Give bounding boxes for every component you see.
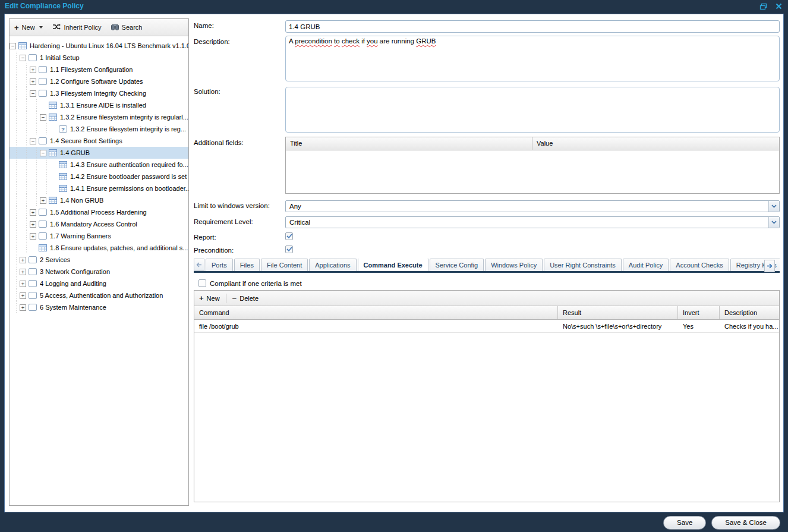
compliant-checkbox[interactable]	[198, 279, 206, 287]
tree-indent-guide	[30, 182, 40, 194]
tab-file-content[interactable]: File Content	[261, 259, 308, 271]
precondition-checkbox[interactable]	[285, 245, 293, 253]
new-button[interactable]: + New	[14, 24, 43, 31]
limit-windows-select[interactable]: Any	[285, 200, 780, 212]
requirement-level-select[interactable]: Critical	[285, 216, 780, 228]
tab-files[interactable]: Files	[234, 259, 260, 271]
column-header-description[interactable]: Description	[720, 306, 779, 319]
report-checkbox[interactable]	[285, 232, 293, 240]
tree-item[interactable]: −1 Initial Setup	[10, 52, 188, 64]
tree-indent-guide	[20, 159, 30, 171]
tree-indent-guide	[10, 194, 20, 206]
save-button[interactable]: Save	[663, 516, 706, 530]
solution-textarea[interactable]	[285, 87, 780, 133]
tab-windows-policy[interactable]: Windows Policy	[485, 259, 543, 271]
tree-item[interactable]: +1.7 Warning Banners	[10, 230, 188, 242]
tab-ports[interactable]: Ports	[206, 259, 233, 271]
plus-expander-icon[interactable]: +	[20, 257, 26, 263]
column-header-value[interactable]: Value	[532, 137, 557, 150]
tree-item[interactable]: −Hardening - Ubuntu Linux 16.04 LTS Benc…	[10, 40, 188, 52]
tree-item[interactable]: −1.4 Secure Boot Settings	[10, 135, 188, 147]
tab-applications[interactable]: Applications	[309, 259, 356, 271]
criteria-row[interactable]: file /boot/grubNo\s+such \s+file\s+or\s+…	[194, 320, 779, 333]
column-header-title[interactable]: Title	[286, 137, 532, 150]
plus-expander-icon[interactable]: +	[40, 197, 46, 204]
plus-expander-icon[interactable]: +	[20, 269, 26, 275]
tree-item[interactable]: 1.4.1 Ensure permissions on bootloader..…	[10, 182, 188, 194]
column-header-result[interactable]: Result	[558, 306, 678, 319]
tree-item[interactable]: +5 Access, Authentication and Authorizat…	[10, 289, 188, 301]
minus-expander-icon[interactable]: −	[30, 138, 36, 144]
titlebar: Edit Compliance Policy	[0, 0, 788, 14]
tree-item[interactable]: +1.2 Configure Software Updates	[10, 75, 188, 87]
minus-expander-icon[interactable]: −	[20, 55, 26, 61]
tree-item[interactable]: ?1.3.2 Ensure filesystem integrity is re…	[10, 123, 188, 135]
tree-item[interactable]: +1.4 Non GRUB	[10, 194, 188, 206]
minus-expander-icon[interactable]: −	[30, 90, 36, 97]
table-icon	[59, 161, 67, 168]
tree-item[interactable]: +2 Services	[10, 254, 188, 266]
tree-toolbar: + New Inherit Policy	[10, 19, 188, 36]
name-input[interactable]	[285, 20, 780, 33]
dialog-body: + New Inherit Policy	[4, 14, 784, 512]
tree-item-label: 1 Initial Setup	[40, 54, 80, 61]
search-button[interactable]: Search	[111, 23, 143, 32]
tree-item[interactable]: −1.4 GRUB	[10, 147, 188, 159]
tab-scroll-left-button[interactable]	[194, 259, 204, 271]
tree-item[interactable]: −1.3 Filesystem Integrity Checking	[10, 87, 188, 99]
description-textarea[interactable]: A precondition to check if you are runni…	[285, 36, 780, 81]
report-label: Report:	[194, 234, 216, 241]
plus-expander-icon[interactable]: +	[30, 221, 36, 228]
minus-expander-icon[interactable]: −	[40, 114, 46, 121]
tree-indent-guide	[10, 99, 20, 111]
column-header-invert[interactable]: Invert	[678, 306, 720, 319]
column-header-command[interactable]: Command	[194, 306, 558, 319]
expander-placeholder	[30, 245, 36, 251]
criteria-delete-button[interactable]: − Delete	[232, 295, 259, 302]
description-text: are running	[378, 37, 417, 45]
close-icon[interactable]	[774, 2, 783, 10]
inherit-policy-button[interactable]: Inherit Policy	[52, 23, 102, 32]
plus-expander-icon[interactable]: +	[30, 78, 36, 85]
name-label: Name:	[194, 22, 214, 29]
plus-expander-icon[interactable]: +	[20, 292, 26, 299]
tree-item[interactable]: −1.3.2 Ensure filesystem integrity is re…	[10, 111, 188, 123]
description-text: precondition	[295, 37, 332, 45]
table-icon	[49, 149, 57, 156]
tab-audit-policy[interactable]: Audit Policy	[623, 259, 669, 271]
tree-item-label: 2 Services	[40, 256, 70, 263]
criteria-new-button[interactable]: + New	[199, 295, 220, 302]
tab-account-checks[interactable]: Account Checks	[670, 259, 729, 271]
tree-item[interactable]: 1.4.3 Ensure authentication required fo.…	[10, 159, 188, 171]
tab-command-execute[interactable]: Command Execute	[358, 259, 428, 271]
tree-item[interactable]: +3 Network Configuration	[10, 266, 188, 278]
minus-expander-icon[interactable]: −	[40, 150, 46, 156]
plus-expander-icon[interactable]: +	[20, 304, 26, 311]
chevron-down-icon[interactable]	[768, 201, 779, 212]
tab-user-right-constraints[interactable]: User Right Constraints	[544, 259, 622, 271]
tree-item[interactable]: +1.5 Additional Process Hardening	[10, 206, 188, 218]
tree-indent-guide	[20, 123, 30, 135]
tab-scroll-right-button[interactable]	[764, 260, 775, 272]
tree-indent-guide	[20, 147, 30, 159]
restore-icon[interactable]	[759, 2, 767, 10]
box-icon	[39, 66, 47, 73]
chevron-down-icon[interactable]	[768, 217, 779, 228]
tree-item[interactable]: +4 Logging and Auditing	[10, 278, 188, 289]
minus-expander-icon[interactable]: −	[10, 43, 16, 49]
tree-indent-guide	[40, 159, 50, 171]
plus-expander-icon[interactable]: +	[20, 281, 26, 287]
plus-expander-icon[interactable]: +	[30, 209, 36, 216]
tab-service-config[interactable]: Service Config	[430, 259, 484, 271]
save-close-button[interactable]: Save & Close	[711, 516, 780, 530]
tree-item[interactable]: 1.4.2 Ensure bootloader password is set	[10, 171, 188, 182]
description-text: GRUB	[416, 37, 436, 45]
plus-expander-icon[interactable]: +	[30, 233, 36, 240]
tree-item[interactable]: 1.3.1 Ensure AIDE is installed	[10, 99, 188, 111]
inherit-policy-label: Inherit Policy	[64, 24, 102, 31]
tree-item[interactable]: +6 System Maintenance	[10, 301, 188, 313]
tree-item[interactable]: +1.1 Filesystem Configuration	[10, 64, 188, 75]
tree-item[interactable]: +1.6 Mandatory Access Control	[10, 218, 188, 230]
plus-expander-icon[interactable]: +	[30, 67, 36, 73]
tree-item[interactable]: 1.8 Ensure updates, patches, and additio…	[10, 242, 188, 254]
